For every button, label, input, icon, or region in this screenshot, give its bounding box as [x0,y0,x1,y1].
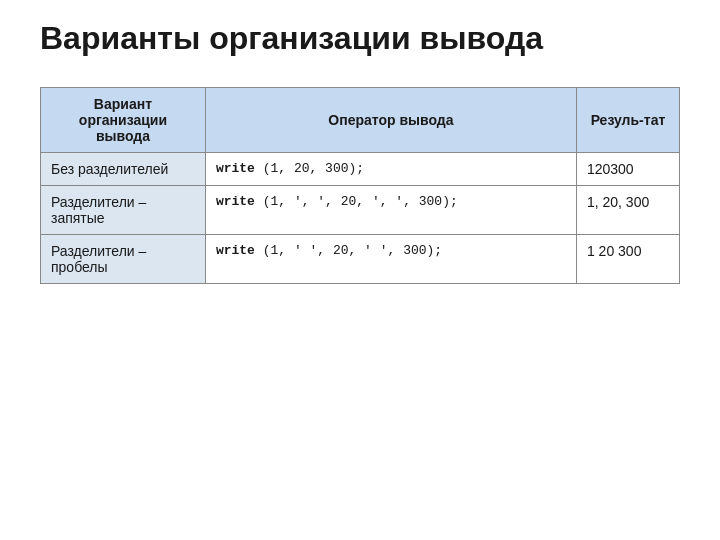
cell-operator: write (1, 20, 300); [205,153,576,186]
table-row: Разделители – запятыеwrite (1, ', ', 20,… [41,186,680,235]
main-table: Вариант организации вывода Оператор выво… [40,87,680,284]
cell-result: 1, 20, 300 [576,186,679,235]
header-operator: Оператор вывода [205,88,576,153]
table-header-row: Вариант организации вывода Оператор выво… [41,88,680,153]
table-wrapper: Вариант организации вывода Оператор выво… [40,87,680,284]
page-title: Варианты организации вывода [40,20,680,57]
table-row: Разделители – пробелыwrite (1, ' ', 20, … [41,235,680,284]
cell-variant: Без разделителей [41,153,206,186]
cell-operator: write (1, ', ', 20, ', ', 300); [205,186,576,235]
cell-result: 1 20 300 [576,235,679,284]
header-variant: Вариант организации вывода [41,88,206,153]
cell-variant: Разделители – пробелы [41,235,206,284]
table-row: Без разделителейwrite (1, 20, 300);12030… [41,153,680,186]
cell-operator: write (1, ' ', 20, ' ', 300); [205,235,576,284]
page-container: Варианты организации вывода Вариант орга… [0,0,720,540]
header-result: Резуль-тат [576,88,679,153]
cell-result: 120300 [576,153,679,186]
cell-variant: Разделители – запятые [41,186,206,235]
